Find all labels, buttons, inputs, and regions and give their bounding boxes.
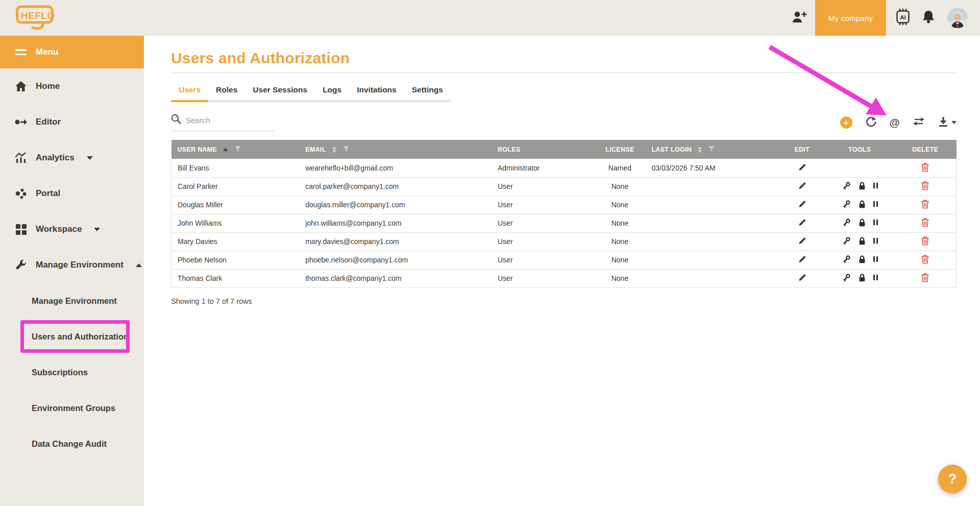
- cell-delete: [894, 159, 957, 177]
- reset-password-key-icon[interactable]: [842, 273, 851, 282]
- add-user-button[interactable]: [787, 0, 812, 36]
- invite-by-email-button[interactable]: @: [890, 116, 900, 129]
- cell-user-name: John Williams: [172, 214, 300, 232]
- cell-license: None: [594, 251, 645, 269]
- sort-icon[interactable]: [332, 147, 336, 153]
- help-button[interactable]: ?: [938, 465, 967, 493]
- table-row: Carol Parkercarol.parker@company1.comUse…: [172, 177, 957, 196]
- delete-trash-icon[interactable]: [921, 218, 929, 227]
- sidebar-item-workspace[interactable]: Workspace: [0, 211, 144, 247]
- delete-trash-icon[interactable]: [921, 181, 929, 190]
- sidebar-subitem-users-and-authorization[interactable]: Users and Authorization: [0, 319, 144, 354]
- edit-pencil-icon[interactable]: [798, 236, 806, 245]
- tab-user-sessions[interactable]: User Sessions: [245, 80, 315, 102]
- sidebar-item-label: Manage Environment: [36, 260, 124, 270]
- lock-icon[interactable]: [857, 181, 867, 190]
- edit-pencil-icon[interactable]: [798, 218, 806, 227]
- sidebar-item-manage-environment[interactable]: Manage Environment: [0, 247, 144, 283]
- wrench-icon: [14, 259, 28, 271]
- sidebar-item-analytics[interactable]: Analytics: [0, 140, 144, 176]
- sidebar: Menu Home Editor Analytics: [0, 36, 144, 506]
- delete-trash-icon[interactable]: [921, 254, 929, 264]
- toolbar: + @: [171, 112, 957, 133]
- lock-icon[interactable]: [857, 273, 867, 282]
- suspend-pause-icon[interactable]: [873, 275, 878, 280]
- tab-settings[interactable]: Settings: [404, 80, 451, 102]
- my-company-button[interactable]: My company: [815, 0, 886, 36]
- edit-pencil-icon[interactable]: [798, 200, 806, 208]
- reset-password-key-icon[interactable]: [842, 236, 851, 246]
- delete-trash-icon[interactable]: [921, 236, 929, 246]
- column-user-name[interactable]: USER NAME: [172, 140, 300, 159]
- sidebar-subitem-manage-environment[interactable]: Manage Environment: [0, 283, 144, 319]
- suspend-pause-icon[interactable]: [873, 220, 878, 225]
- column-delete: DELETE: [894, 140, 957, 159]
- suspend-pause-icon[interactable]: [873, 183, 878, 188]
- suspend-pause-icon[interactable]: [873, 256, 878, 262]
- sort-asc-icon[interactable]: [223, 148, 228, 151]
- sort-icon[interactable]: [698, 147, 702, 153]
- filter-icon[interactable]: [342, 146, 350, 154]
- cell-roles: User: [492, 196, 594, 214]
- sidebar-item-editor[interactable]: Editor: [0, 104, 144, 140]
- cell-email: john.williams@company1.com: [299, 214, 492, 232]
- delete-trash-icon[interactable]: [921, 273, 929, 282]
- reset-password-key-icon[interactable]: [842, 218, 851, 227]
- suspend-pause-icon[interactable]: [873, 201, 878, 207]
- sidebar-subitem-environment-groups[interactable]: Environment Groups: [0, 390, 144, 426]
- lock-icon[interactable]: [857, 200, 867, 209]
- search-input[interactable]: [186, 116, 267, 125]
- reset-password-key-icon[interactable]: [842, 181, 851, 190]
- sidebar-item-home[interactable]: Home: [0, 68, 144, 104]
- tab-users[interactable]: Users: [171, 80, 208, 102]
- ai-assistant-button[interactable]: AI: [890, 0, 916, 36]
- main-content: Users and Authorization UsersRolesUser S…: [144, 36, 980, 506]
- export-button[interactable]: [938, 116, 957, 129]
- plus-icon: +: [840, 116, 852, 129]
- cell-email: weareheflo+bill@gmail.com: [299, 159, 492, 177]
- cell-edit: [779, 214, 825, 232]
- lock-icon[interactable]: [857, 255, 867, 264]
- delete-trash-icon[interactable]: [921, 162, 929, 172]
- cell-delete: [894, 214, 957, 232]
- heflo-logo[interactable]: HEFLO: [15, 5, 56, 31]
- edit-pencil-icon[interactable]: [798, 181, 806, 190]
- cell-license: None: [594, 214, 645, 232]
- edit-pencil-icon[interactable]: [798, 273, 806, 282]
- lock-icon[interactable]: [857, 236, 867, 246]
- table-row: Mary Daviesmary.davies@company1.comUserN…: [172, 232, 957, 251]
- notifications-button[interactable]: [916, 0, 941, 36]
- add-record-button[interactable]: +: [840, 116, 852, 129]
- download-icon: [938, 116, 949, 129]
- cell-user-name: Mary Davies: [172, 232, 300, 251]
- column-email[interactable]: EMAIL: [299, 140, 492, 159]
- suspend-pause-icon[interactable]: [873, 238, 878, 244]
- reset-password-key-icon[interactable]: [842, 255, 851, 264]
- home-icon: [14, 81, 28, 91]
- filter-icon[interactable]: [708, 146, 715, 154]
- chevron-down-icon: [94, 228, 100, 231]
- cell-license: None: [594, 232, 645, 251]
- menu-toggle[interactable]: Menu: [0, 36, 144, 68]
- refresh-button[interactable]: [865, 116, 877, 130]
- cell-email: thomas.clark@company1.com: [299, 269, 492, 287]
- user-avatar[interactable]: [947, 8, 968, 28]
- transfer-button[interactable]: [913, 116, 925, 129]
- table-row: Thomas Clarkthomas.clark@company1.comUse…: [172, 269, 957, 287]
- edit-pencil-icon[interactable]: [798, 255, 806, 263]
- tab-roles[interactable]: Roles: [208, 80, 245, 102]
- sidebar-subitem-data-change-audit[interactable]: Data Change Audit: [0, 426, 144, 462]
- lock-icon[interactable]: [857, 218, 867, 227]
- column-roles[interactable]: ROLES: [492, 140, 594, 159]
- column-last-login[interactable]: LAST LOGIN: [645, 140, 778, 159]
- column-license[interactable]: LICENSE: [594, 140, 645, 159]
- reset-password-key-icon[interactable]: [842, 200, 851, 209]
- sidebar-subitem-subscriptions[interactable]: Subscriptions: [0, 354, 144, 390]
- filter-icon[interactable]: [234, 146, 241, 154]
- tab-invitations[interactable]: Invitations: [349, 80, 404, 102]
- edit-pencil-icon[interactable]: [798, 163, 806, 172]
- tab-logs[interactable]: Logs: [315, 80, 349, 102]
- delete-trash-icon[interactable]: [921, 199, 929, 209]
- sidebar-item-portal[interactable]: Portal: [0, 176, 144, 211]
- sidebar-subitem-label: Manage Environment: [32, 296, 117, 306]
